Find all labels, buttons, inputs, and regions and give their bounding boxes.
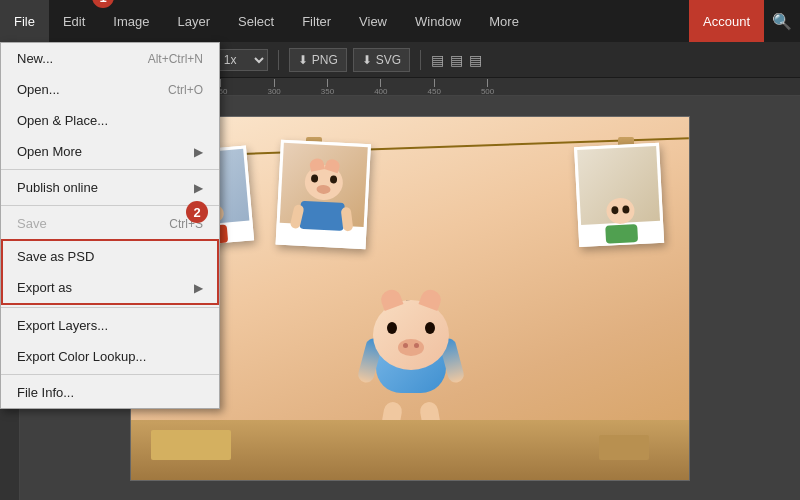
zoom-select[interactable]: 1x 2x 0.5x [215,49,268,71]
menu-layer[interactable]: Layer [164,0,225,42]
menu-new-shortcut: Alt+Ctrl+N [148,52,203,66]
badge-2: 2 [186,201,208,223]
ruler-tick-400: 400 [374,79,387,96]
menu-export-layers-label: Export Layers... [17,318,108,333]
export-svg-button[interactable]: ⬇ SVG [353,48,410,72]
menu-window[interactable]: Window [401,0,475,42]
menu-export-as[interactable]: Export as ▶ [3,272,217,303]
menu-file-info-label: File Info... [17,385,74,400]
ruler-tick-300: 300 [267,79,280,96]
menu-publish-arrow: ▶ [194,181,203,195]
ruler-tick-350: 350 [321,79,334,96]
menu-export-as-label: Export as [17,280,72,295]
shelf [131,420,689,480]
menu-open-shortcut: Ctrl+O [168,83,203,97]
card-inner-2 [280,142,368,226]
menu-image[interactable]: Image [99,0,163,42]
download-svg-icon: ⬇ [362,53,372,67]
photo-card-3 [574,142,664,246]
menu-new[interactable]: New... Alt+Ctrl+N [1,43,219,74]
menu-select[interactable]: Select [224,0,288,42]
menu-save-label: Save [17,216,47,231]
svg-label: SVG [376,53,401,67]
toolbar-divider-4 [420,50,421,70]
photo-card-2 [276,139,371,249]
toolbar-divider-3 [278,50,279,70]
ruler-tick-500: 500 [481,79,494,96]
align-left-icon[interactable]: ▤ [431,52,444,68]
dropdown-divider-1 [1,169,219,170]
menu-file[interactable]: File [0,0,49,42]
menu-view[interactable]: View [345,0,401,42]
menu-filter[interactable]: Filter [288,0,345,42]
export-png-button[interactable]: ⬇ PNG [289,48,347,72]
dropdown-divider-3 [1,307,219,308]
menu-edit[interactable]: Edit [49,0,99,42]
menu-open-more-arrow: ▶ [194,145,203,159]
menu-open-place[interactable]: Open & Place... [1,105,219,136]
menu-open-label: Open... [17,82,60,97]
dropdown-divider-4 [1,374,219,375]
align-right-icon[interactable]: ▤ [469,52,482,68]
menu-open[interactable]: Open... Ctrl+O [1,74,219,105]
menu-open-more[interactable]: Open More ▶ [1,136,219,167]
ruler-tick-450: 450 [428,79,441,96]
menu-account[interactable]: Account [689,0,764,42]
menu-export-layers[interactable]: Export Layers... [1,310,219,341]
menu-save-psd-label: Save as PSD [17,249,94,264]
menu-bar: File Edit Image Layer Select Filter View… [0,0,800,42]
menu-export-as-arrow: ▶ [194,281,203,295]
menu-more[interactable]: More [475,0,533,42]
menu-save-psd[interactable]: Save as PSD [3,241,217,272]
menu-new-label: New... [17,51,53,66]
png-label: PNG [312,53,338,67]
search-icon[interactable]: 🔍 [764,0,800,42]
menu-export-color-label: Export Color Lookup... [17,349,146,364]
file-dropdown-menu: New... Alt+Ctrl+N Open... Ctrl+O Open & … [0,42,220,409]
menu-open-place-label: Open & Place... [17,113,108,128]
menu-publish-label: Publish online [17,180,98,195]
dropdown-highlight-section: Save as PSD Export as ▶ [1,239,219,305]
download-icon: ⬇ [298,53,308,67]
menu-file-info[interactable]: File Info... [1,377,219,408]
menu-open-more-label: Open More [17,144,82,159]
align-center-icon[interactable]: ▤ [450,52,463,68]
menu-export-color[interactable]: Export Color Lookup... [1,341,219,372]
menu-publish-online[interactable]: Publish online ▶ [1,172,219,203]
card-inner-3 [577,145,660,224]
main-pig [361,300,461,440]
